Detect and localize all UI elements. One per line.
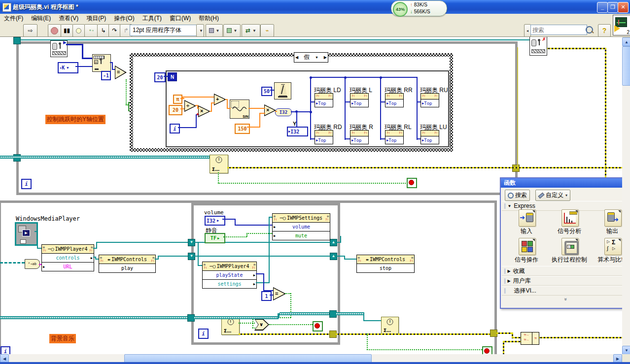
menu-edit[interactable]: 编辑(E) [27,13,55,24]
menu-window[interactable]: 窗口(W) [166,13,195,24]
wait-metronome-node[interactable] [274,82,291,99]
free-label-bgm[interactable]: 背景音乐 [49,334,76,343]
search-scope-dropdown[interactable]: ◂ [524,24,531,37]
for-loop-iteration-terminal[interactable]: i [170,124,180,133]
top-loop-iteration-terminal[interactable]: i [21,179,32,189]
palette-item-output[interactable]: ➜ [604,209,622,227]
inner-loop-iteration-terminal[interactable]: i [198,329,209,339]
iwmpcontrols-stop-invoke-node[interactable]: ▤?!⇻IWMPControls▤?! stop [356,255,415,273]
iwmpsettings-property-node[interactable]: ▤?!─○IWMPSettings▤?! ▶volume ▶mute [272,213,330,240]
run-button[interactable]: ⇨ [23,24,37,37]
acquire-input-data-node[interactable]: ☒ [92,54,111,72]
pause-button[interactable]: ▮▮ [61,24,73,37]
step-over-button[interactable]: ↷ [108,24,121,37]
close-button[interactable]: ✕ [618,2,629,13]
mario-property-node[interactable]: ?!?!▶Top [385,93,404,107]
merge-errors-node[interactable]: ?!→?!→ ?! [521,332,539,345]
highlight-execution-button[interactable] [72,24,85,37]
palette-customize-button[interactable]: 自定义▾ [535,190,570,201]
iwmpcontrols-play-invoke-node[interactable]: ▤?!⇻IWMPControls▤?! play [99,255,156,273]
iwmpplayer4-property-node-2[interactable]: ▤?!─○IWMPPlayer4▤?! playState▶ settings▶ [202,262,257,289]
palette-item-signal-analysis[interactable] [561,209,579,227]
palette-item-input[interactable]: ➜ [519,209,536,227]
for-loop-count-terminal[interactable]: N [168,72,177,81]
palette-item-signal-manipulation[interactable] [519,238,536,255]
inner-loop-stop-terminal[interactable] [313,321,323,331]
menu-operate[interactable]: 操作(O) [110,13,138,24]
key-enum-constant[interactable]: ↕K▼ [58,62,78,73]
palette-search-button[interactable]: 搜索 [505,190,530,201]
vi-icon[interactable]: 2 [613,15,630,35]
mario-property-node[interactable]: ?!?!▶Top [420,93,439,107]
retain-wire-values-button[interactable]: ⚬▫ [84,24,98,37]
minimize-button[interactable]: _ [597,2,608,13]
iwmpplayer4-property-node[interactable]: ▤?!─○IWMPPlayer4▤?! controls▶ ▶URL [41,244,94,271]
distribute-objects-button[interactable]: ▼ [223,24,241,37]
loop-stop-terminal[interactable] [407,178,417,188]
abort-button[interactable] [48,24,61,37]
close-input-device-icon[interactable]: ✗ [529,36,547,56]
palette-item-execution-control[interactable]: 1 [561,238,579,255]
mario-property-node[interactable]: ?!?!▶Top [350,93,369,107]
volume-control-terminal[interactable]: I32▶ [205,216,225,226]
wire [259,114,260,128]
menu-file[interactable]: 文件(F) [0,13,27,24]
wire-refnum-bundle [336,312,364,315]
palette-section-select-vi[interactable]: ║选择VI... [502,286,629,296]
initialize-keyboard-icon[interactable]: ▶ [50,40,68,57]
network-speed-overlay[interactable]: 43% ↑ 83K/S ↓ 566K/S [391,0,447,16]
palette-expand-chevron[interactable]: » [501,297,630,302]
divisor-constant[interactable]: 20 [169,105,182,115]
menu-project[interactable]: 项目(P) [82,13,110,24]
scroll-up-button[interactable]: ▲ [622,37,630,46]
search-icon[interactable] [586,26,593,33]
time-delay-node-inner[interactable]: !Σ… [221,317,240,335]
align-objects-button[interactable]: ▼ [206,24,223,37]
neg-one-constant[interactable]: -1 [101,71,111,80]
one-constant[interactable]: 1 [261,291,272,301]
menu-help[interactable]: 帮助(H) [195,13,223,24]
font-selector[interactable]: 12pt 应用程序字体 [130,25,200,36]
vertical-scrollbar-thumb[interactable] [622,46,630,86]
mario-property-node[interactable]: ?!?!▶Top [315,93,333,107]
path-to-string-node[interactable]: ᴾ→ab [25,259,40,269]
free-label-jump[interactable]: 控制跳跃时的Y轴位置 [45,115,105,124]
loop-count-constant[interactable]: 20 [154,72,166,82]
time-delay-node[interactable]: !Σ… [210,155,228,173]
mario-property-node[interactable]: ?!?!▶Top [420,130,439,144]
reorder-icon: ⇄ [245,27,250,34]
search-input[interactable] [530,25,587,35]
align-icon [209,28,214,33]
font-selector-dropdown[interactable]: ▼ [196,24,204,37]
probe-icon: ⚬▫ [88,28,94,33]
case-prev-arrow[interactable]: ◀ [295,55,298,60]
scroll-down-button[interactable]: ▼ [622,346,630,355]
cleanup-diagram-button[interactable]: ⌁ [260,24,274,37]
y-indicator-terminal[interactable]: ▶I32 [287,127,308,136]
title-bar[interactable]: 超级玛丽奥.vi 程序框图 * _ ❐ ✕ [0,0,630,14]
amplitude-constant[interactable]: 150 [235,124,250,134]
wait-ms-constant[interactable]: 50 [261,87,272,96]
restore-button[interactable]: ❐ [607,2,618,13]
mario-property-node[interactable]: ?!?!▶Top [315,130,333,144]
mario-property-node[interactable]: ?!?!▶Top [350,130,369,144]
mute-boolean-terminal[interactable]: TF▶ [205,233,225,243]
menu-tools[interactable]: 工具(T) [139,13,166,24]
activex-container-terminal[interactable]: ▶ [15,222,38,246]
time-delay-node-outer[interactable]: !Σ… [381,317,399,334]
step-into-button[interactable]: ↳ [97,24,109,37]
palette-item-arithmetic-comparison[interactable]: ▷ Σ ∫ ▷ [604,238,622,255]
case-next-arrow[interactable]: ▶ [324,55,327,60]
palette-section-favorites[interactable]: ║▶收藏 [502,266,629,276]
mario-property-node[interactable]: ?!?!▶Top [385,130,404,144]
context-help-button[interactable]: ? [598,24,611,37]
menu-view[interactable]: 查看(V) [55,13,82,24]
to-i32-conversion[interactable]: I32 [275,108,292,116]
case-dropdown-arrow[interactable]: ▼ [315,56,318,59]
reorder-button[interactable]: ⇄▼ [242,24,260,37]
palette-title-bar[interactable]: 函数 [501,178,630,188]
step-over-icon: ↷ [112,27,117,34]
palette-section-user-lib[interactable]: ║▶用户库 [502,276,629,286]
sine-function-node[interactable]: SIN [230,99,249,119]
wire-refnum [96,242,97,249]
